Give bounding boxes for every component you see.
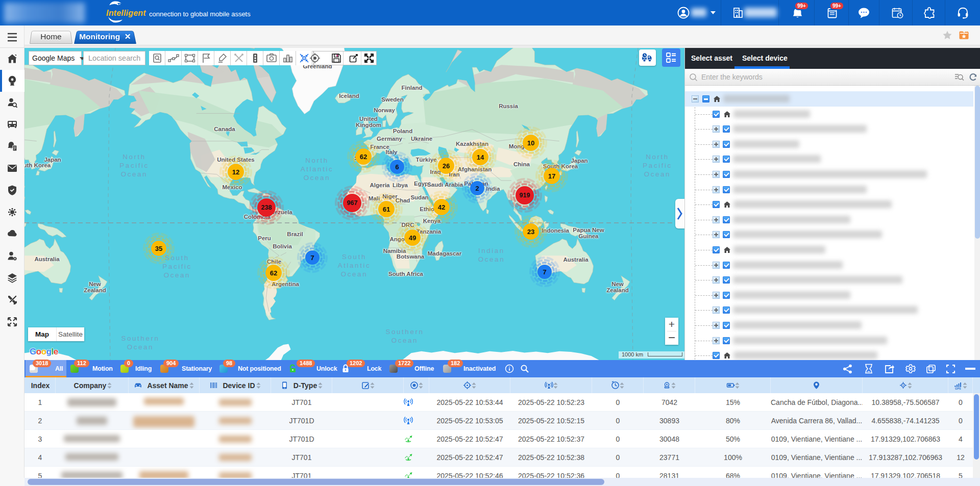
- svg-text:GPS: GPS: [955, 387, 961, 390]
